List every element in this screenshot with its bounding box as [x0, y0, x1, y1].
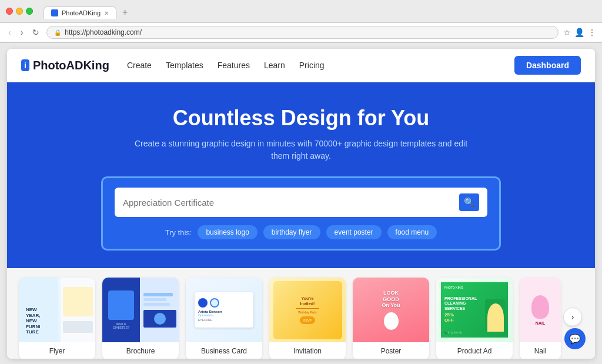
templates-section: NEWYEAR,NEWFURNITURE Flyer: [7, 268, 595, 359]
maximize-window-button[interactable]: [26, 8, 33, 15]
brochure-design: What isDIABETES?: [102, 278, 179, 342]
suggestion-business-logo[interactable]: business logo: [198, 225, 257, 239]
tab-close-icon[interactable]: ✕: [104, 10, 109, 16]
hero-section: Countless Design for You Create a stunni…: [7, 82, 595, 268]
invitation-design: You'reInvited! Birthday Party RSVP: [269, 278, 346, 342]
dashboard-button[interactable]: Dashboard: [514, 56, 581, 75]
suggestion-food-menu[interactable]: food menu: [387, 225, 437, 239]
page-content: i PhotoADKing Create Templates Features …: [0, 43, 602, 364]
biz-card-design: Arieta Benson Optometrist EYECARE: [186, 278, 262, 342]
card-label-nail: Nail: [520, 342, 561, 359]
nav-create[interactable]: Create: [127, 61, 152, 70]
url-bar[interactable]: 🔒 https://photoadking.com/: [46, 26, 558, 39]
toolbar-actions: ☆ 👤 ⋮: [563, 28, 596, 37]
nav-templates[interactable]: Templates: [166, 61, 203, 70]
browser-toolbar: ‹ › ↻ 🔒 https://photoadking.com/ ☆ 👤 ⋮: [0, 22, 602, 42]
hero-title: Countless Design for You: [173, 106, 430, 131]
card-image-flyer: NEWYEAR,NEWFURNITURE: [19, 278, 95, 342]
flyer-design: NEWYEAR,NEWFURNITURE: [19, 278, 95, 342]
profile-icon[interactable]: 👤: [574, 28, 584, 37]
next-templates-button[interactable]: ›: [563, 308, 582, 326]
bookmark-star-icon[interactable]: ☆: [563, 28, 571, 37]
card-image-brochure: What isDIABETES?: [102, 278, 179, 342]
browser-tabs: PhotoADKing ✕ +: [38, 4, 138, 19]
search-icon: 🔍: [464, 197, 475, 208]
card-image-business-card: Arieta Benson Optometrist EYECARE: [186, 278, 262, 342]
card-image-invitation: You'reInvited! Birthday Party RSVP: [269, 278, 346, 342]
card-image-nail: NAIL: [520, 278, 561, 342]
site-header: i PhotoADKing Create Templates Features …: [7, 49, 595, 82]
ssl-lock-icon: 🔒: [54, 29, 61, 36]
tab-favicon: [51, 9, 58, 16]
tab-title: PhotoADKing: [62, 9, 101, 16]
template-card-invitation[interactable]: You'reInvited! Birthday Party RSVP Invit…: [269, 278, 346, 359]
card-label-poster: Poster: [353, 342, 429, 359]
refresh-button[interactable]: ↻: [30, 26, 42, 38]
nav-features[interactable]: Features: [218, 61, 250, 70]
product-ad-design: PHOTO KING PROFESSIONALCLEANINGSERVICES …: [436, 278, 513, 342]
browser-titlebar: PhotoADKing ✕ +: [0, 0, 602, 22]
card-label-invitation: Invitation: [269, 342, 346, 359]
new-tab-button[interactable]: +: [118, 6, 132, 19]
minimize-window-button[interactable]: [16, 8, 23, 15]
hero-subtitle: Create a stunning graphic design in minu…: [131, 138, 471, 162]
flyer-text: NEWYEAR,NEWFURNITURE: [21, 302, 56, 340]
search-input[interactable]: [123, 198, 459, 208]
search-bar: 🔍: [115, 188, 487, 217]
menu-icon[interactable]: ⋮: [588, 28, 596, 37]
card-label-product-ad: Product Ad: [436, 342, 513, 359]
traffic-lights: [6, 8, 33, 15]
logo-icon: i: [21, 59, 29, 71]
search-button[interactable]: 🔍: [459, 193, 479, 211]
template-card-product-ad[interactable]: PHOTO KING PROFESSIONALCLEANINGSERVICES …: [436, 278, 513, 359]
card-label-flyer: Flyer: [19, 342, 95, 359]
template-card-business-card[interactable]: Arieta Benson Optometrist EYECARE Busine…: [186, 278, 262, 359]
template-card-poster[interactable]: LOOKGOODOn You Poster: [353, 278, 429, 359]
chat-icon: 💬: [569, 333, 581, 345]
active-tab[interactable]: PhotoADKing ✕: [44, 6, 116, 19]
search-container: 🔍 Try this: business logo birthday flyer…: [101, 176, 501, 251]
poster-design: LOOKGOODOn You: [353, 278, 429, 342]
logo-text: PhotoADKing: [33, 59, 109, 72]
url-text: https://photoadking.com/: [65, 28, 142, 36]
try-this-label: Try this:: [165, 228, 192, 237]
template-card-brochure[interactable]: What isDIABETES?: [102, 278, 179, 359]
template-card-flyer[interactable]: NEWYEAR,NEWFURNITURE Flyer: [19, 278, 95, 359]
website-frame: i PhotoADKing Create Templates Features …: [7, 49, 595, 359]
template-card-nail[interactable]: NAIL Nail: [520, 278, 561, 359]
card-label-business-card: Business Card: [186, 342, 262, 359]
chat-bubble-button[interactable]: 💬: [564, 328, 586, 349]
nail-design: NAIL: [520, 278, 561, 342]
suggestion-birthday-flyer[interactable]: birthday flyer: [263, 225, 320, 239]
nav-learn[interactable]: Learn: [264, 61, 285, 70]
card-image-poster: LOOKGOODOn You: [353, 278, 429, 342]
card-image-product-ad: PHOTO KING PROFESSIONALCLEANINGSERVICES …: [436, 278, 513, 342]
site-logo[interactable]: i PhotoADKing: [21, 59, 109, 72]
forward-button[interactable]: ›: [18, 26, 26, 38]
back-button[interactable]: ‹: [6, 26, 14, 38]
suggestions-row: Try this: business logo birthday flyer e…: [115, 225, 487, 239]
browser-chrome: PhotoADKing ✕ + ‹ › ↻ 🔒 https://photoadk…: [0, 0, 602, 43]
site-nav: Create Templates Features Learn Pricing: [127, 61, 514, 70]
nav-pricing[interactable]: Pricing: [299, 61, 325, 70]
suggestion-event-poster[interactable]: event poster: [326, 225, 382, 239]
close-window-button[interactable]: [6, 8, 13, 15]
card-label-brochure: Brochure: [102, 342, 179, 359]
